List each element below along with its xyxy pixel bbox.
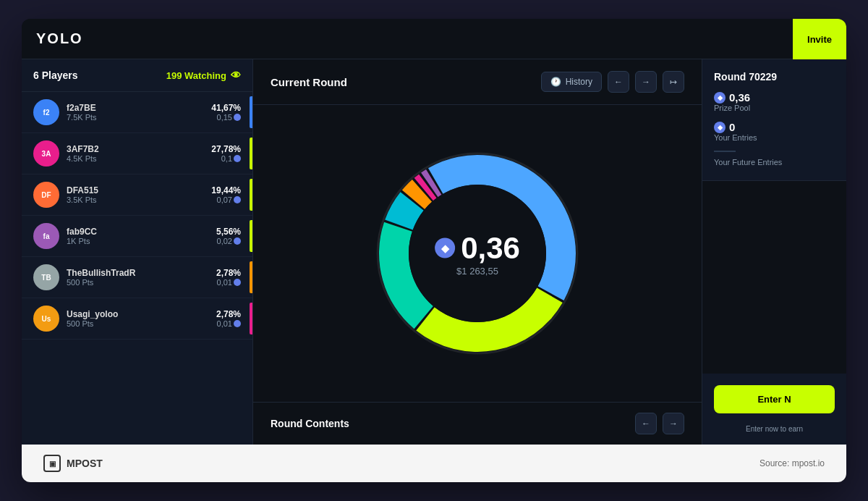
player-right: 19,44% 0,07 <box>211 185 241 204</box>
player-name: f2a7BE <box>67 103 211 113</box>
footer-logo-icon: ▣ <box>43 455 61 472</box>
color-bar <box>250 261 252 293</box>
player-item: f2 f2a7BE 7.5K Pts 41,67% 0,15 <box>22 92 252 133</box>
round-number: Round 70229 <box>714 71 835 83</box>
player-item: DF DFA515 3.5K Pts 19,44% 0,07 <box>22 174 252 216</box>
player-avatar: 3A <box>33 140 59 167</box>
player-pct: 27,78% <box>211 144 241 154</box>
players-count: 6 Players <box>33 70 78 81</box>
next-button[interactable]: → <box>635 71 657 93</box>
player-name: TheBullishTradR <box>67 268 216 278</box>
color-bar <box>250 179 252 211</box>
center-panel: Current Round 🕐 History ← → ↦ <box>253 59 702 445</box>
player-pct: 2,78% <box>216 309 241 319</box>
color-bar <box>250 303 252 334</box>
player-pts: 7.5K Pts <box>67 113 211 122</box>
future-entries-label: Your Future Entries <box>714 158 835 167</box>
donut-eth-amount: ◆ 0,36 <box>435 231 520 266</box>
history-button[interactable]: 🕐 History <box>541 72 602 92</box>
player-name: Usagi_yoloo <box>67 309 216 319</box>
last-button[interactable]: ↦ <box>663 71 684 93</box>
player-pts: 500 Pts <box>67 319 216 328</box>
app-logo: YOLO <box>36 30 83 47</box>
player-pct: 2,78% <box>216 268 241 278</box>
donut-center: ◆ 0,36 $1 263,55 <box>435 231 520 277</box>
player-item: 3A 3AF7B2 4.5K Pts 27,78% 0,1 <box>22 133 252 174</box>
top-bar: YOLO Invite <box>22 19 846 59</box>
player-avatar: fa <box>33 223 59 249</box>
invite-button[interactable]: Invite <box>793 19 846 59</box>
center-header: Current Round 🕐 History ← → ↦ <box>253 59 702 105</box>
round-nav-btns: ← → <box>635 413 684 434</box>
eth-dot <box>234 320 241 327</box>
player-list: f2 f2a7BE 7.5K Pts 41,67% 0,15 3A 3AF7B2… <box>22 92 252 445</box>
round-contents-bar: Round Contents ← → <box>253 402 702 445</box>
footer-source: Source: mpost.io <box>760 458 825 468</box>
main-content: 6 Players 199 Watching 👁 f2 f2a7BE 7.5K … <box>22 59 846 445</box>
player-info: 3AF7B2 4.5K Pts <box>67 144 211 163</box>
player-item: Us Usagi_yoloo 500 Pts 2,78% 0,01 <box>22 298 252 340</box>
footer: ▣ MPOST Source: mpost.io <box>22 445 846 482</box>
eth-logo: ◆ <box>435 238 455 258</box>
prize-pool-label: Prize Pool <box>714 104 835 112</box>
player-info: DFA515 3.5K Pts <box>67 185 211 204</box>
player-pct: 19,44% <box>211 185 241 195</box>
player-name: DFA515 <box>67 185 211 195</box>
eth-dot <box>234 114 241 121</box>
color-bar <box>250 220 252 252</box>
prev-button[interactable]: ← <box>608 71 629 93</box>
player-right: 27,78% 0,1 <box>211 144 241 163</box>
player-name: 3AF7B2 <box>67 144 211 154</box>
color-bar <box>250 96 252 128</box>
player-avatar: TB <box>33 264 59 290</box>
player-right: 5,56% 0,02 <box>216 227 241 245</box>
player-pts: 500 Pts <box>67 278 216 287</box>
player-info: Usagi_yoloo 500 Pts <box>67 309 216 328</box>
round-contents-label: Round Contents <box>271 418 349 429</box>
left-panel: 6 Players 199 Watching 👁 f2 f2a7BE 7.5K … <box>22 59 253 445</box>
player-avatar: f2 <box>33 99 59 125</box>
player-eth: 0,15 <box>211 113 241 122</box>
player-eth: 0,02 <box>216 237 241 245</box>
player-item: fa fab9CC 1K Pts 5,56% 0,02 <box>22 216 252 257</box>
player-avatar: DF <box>33 182 59 208</box>
your-entries-label: Your Entries <box>714 133 835 142</box>
eth-dot <box>234 279 241 286</box>
player-right: 2,78% 0,01 <box>216 309 241 328</box>
eth-dot <box>234 196 241 203</box>
player-avatar: Us <box>33 306 59 332</box>
contents-next-button[interactable]: → <box>663 413 684 434</box>
player-info: f2a7BE 7.5K Pts <box>67 103 211 122</box>
prize-eth-icon: ◆ <box>714 92 726 104</box>
footer-logo: ▣ MPOST <box>43 455 103 472</box>
prize-pool-row: ◆ 0,36 Prize Pool <box>714 91 835 112</box>
eye-icon: 👁 <box>231 70 241 81</box>
player-right: 2,78% 0,01 <box>216 268 241 287</box>
eth-dot <box>234 155 241 162</box>
round-info: Round 70229 ◆ 0,36 Prize Pool ◆ 0 Your E… <box>702 59 846 181</box>
player-eth: 0,07 <box>211 195 241 204</box>
prize-pool-value: ◆ 0,36 <box>714 91 835 104</box>
player-right: 41,67% 0,15 <box>211 103 241 122</box>
player-info: TheBullishTradR 500 Pts <box>67 268 216 287</box>
player-eth: 0,01 <box>216 319 241 328</box>
your-entries-value: ◆ 0 <box>714 121 835 133</box>
color-bar <box>250 138 252 169</box>
enter-button[interactable]: Enter N <box>714 385 835 413</box>
donut-container: ◆ 0,36 $1 263,55 <box>354 130 600 376</box>
history-clock-icon: 🕐 <box>550 77 561 87</box>
player-pts: 1K Pts <box>67 237 216 245</box>
right-panel: Round 70229 ◆ 0,36 Prize Pool ◆ 0 Your E… <box>702 59 846 445</box>
player-pts: 3.5K Pts <box>67 195 211 204</box>
chart-area: ◆ 0,36 $1 263,55 <box>253 105 702 402</box>
player-eth: 0,1 <box>211 154 241 163</box>
player-pct: 41,67% <box>211 103 241 113</box>
player-info: fab9CC 1K Pts <box>67 227 216 245</box>
entries-eth-icon: ◆ <box>714 122 726 133</box>
contents-prev-button[interactable]: ← <box>635 413 657 434</box>
player-name: fab9CC <box>67 227 216 237</box>
current-round-label: Current Round <box>271 76 347 88</box>
history-controls: 🕐 History ← → ↦ <box>541 71 684 93</box>
donut-usd: $1 263,55 <box>435 266 520 277</box>
player-eth: 0,01 <box>216 278 241 287</box>
